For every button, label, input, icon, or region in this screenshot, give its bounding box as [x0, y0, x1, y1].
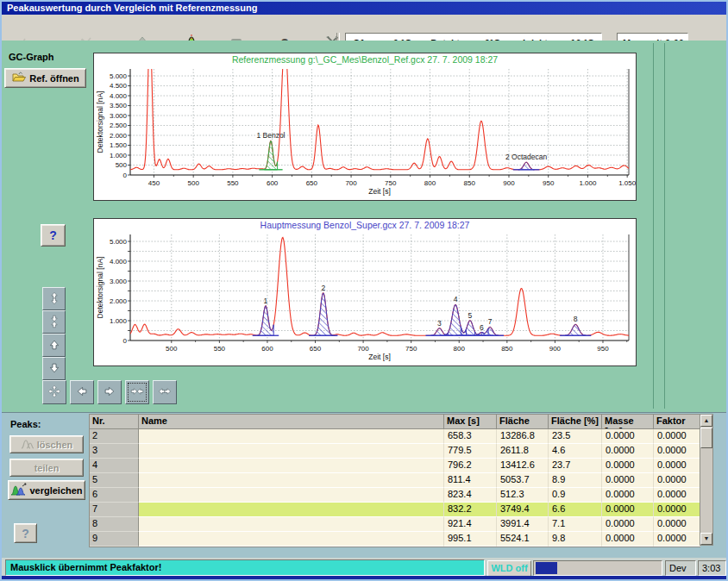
split-peak-button: teilen [9, 459, 84, 477]
table-cell[interactable]: 0.0000 [602, 517, 654, 532]
pan-left-button[interactable] [70, 380, 94, 404]
splitter-groove[interactable] [653, 43, 665, 409]
table-cell[interactable]: 0.0000 [602, 473, 654, 488]
main-chromatogram[interactable]: 50055060065070075080085090095001.0002.00… [94, 230, 636, 361]
row-number-cell[interactable]: 7 [90, 503, 139, 517]
table-row[interactable]: 6823.4512.30.90.00000.0000 [90, 488, 700, 503]
svg-text:900: 900 [549, 345, 562, 353]
row-number-cell[interactable]: 4 [90, 459, 139, 473]
column-header[interactable]: Fläche [%] [549, 415, 602, 429]
table-cell[interactable]: 23.5 [549, 429, 602, 444]
expand-x-button[interactable] [153, 380, 177, 404]
table-cell[interactable] [139, 459, 444, 473]
pan-all-button[interactable] [42, 380, 66, 404]
svg-text:500: 500 [187, 179, 199, 187]
table-cell[interactable]: 921.4 [444, 517, 497, 532]
table-cell[interactable]: 3991.4 [497, 517, 549, 532]
table-cell[interactable] [139, 532, 444, 547]
table-cell[interactable]: 0.0000 [654, 429, 700, 444]
table-cell[interactable]: 3749.4 [497, 503, 549, 517]
table-cell[interactable]: 9.8 [549, 532, 602, 547]
table-cell[interactable]: 13286.8 [497, 429, 549, 444]
table-cell[interactable]: 823.4 [444, 488, 497, 503]
progress-block [536, 562, 557, 574]
table-cell[interactable]: 811.4 [444, 473, 497, 488]
table-cell[interactable]: 832.2 [444, 503, 497, 517]
peaks-help-button[interactable]: ? [14, 523, 37, 543]
table-cell[interactable]: 995.1 [444, 532, 497, 547]
table-row[interactable]: 4796.213412.623.70.00000.0000 [90, 459, 700, 473]
table-cell[interactable]: 0.0000 [602, 503, 654, 517]
split-peak-label: teilen [35, 463, 60, 473]
table-cell[interactable]: 5053.7 [497, 473, 549, 488]
table-row[interactable]: 9995.15524.19.80.00000.0000 [90, 532, 700, 547]
compress-x-button[interactable] [125, 380, 149, 404]
table-cell[interactable]: 2611.8 [497, 444, 549, 459]
table-cell[interactable]: 5524.1 [497, 532, 549, 547]
table-cell[interactable]: 0.0000 [654, 503, 700, 517]
table-row[interactable]: 2658.313286.823.50.00000.0000 [90, 429, 700, 444]
table-cell[interactable]: 796.2 [444, 459, 497, 473]
delete-peak-label: löschen [37, 440, 73, 450]
scroll-up-button[interactable]: ▲ [700, 415, 712, 427]
table-cell[interactable]: 8.9 [549, 473, 602, 488]
table-cell[interactable]: 0.0000 [602, 444, 654, 459]
column-header[interactable]: Masse [ng] [602, 415, 654, 429]
table-cell[interactable]: 0.0000 [602, 429, 654, 444]
scroll-down-button[interactable]: ▼ [700, 533, 712, 545]
table-cell[interactable]: 512.3 [497, 488, 549, 503]
table-cell[interactable]: 658.3 [444, 429, 497, 444]
table-cell[interactable] [139, 444, 444, 459]
svg-text:550: 550 [227, 179, 239, 187]
table-cell[interactable]: 13412.6 [497, 459, 549, 473]
svg-text:3: 3 [437, 319, 442, 328]
pan-down-button[interactable] [42, 357, 66, 380]
table-cell[interactable]: 0.9 [549, 488, 602, 503]
table-scrollbar[interactable]: ▲ ▼ [700, 414, 713, 546]
column-header[interactable]: Fläche [497, 415, 549, 429]
table-cell[interactable]: 0.0000 [654, 532, 700, 547]
row-number-cell[interactable]: 6 [90, 488, 139, 503]
open-reference-button[interactable]: Ref. öffnen [4, 68, 86, 88]
column-header[interactable]: Nr. [90, 415, 139, 429]
table-row[interactable]: 5811.45053.78.90.00000.0000 [90, 473, 700, 488]
scrollbar-thumb[interactable] [700, 428, 712, 448]
table-cell[interactable]: 6.6 [549, 503, 602, 517]
graph-help-button[interactable]: ? [41, 224, 66, 247]
open-folder-icon [11, 71, 27, 85]
row-number-cell[interactable]: 8 [90, 517, 139, 532]
table-cell[interactable]: 7.1 [549, 517, 602, 532]
column-header[interactable]: Max [s] [444, 415, 497, 429]
table-cell[interactable] [139, 517, 444, 532]
compare-button[interactable]: vergleichen [8, 480, 85, 500]
table-cell[interactable]: 0.0000 [654, 488, 700, 503]
expand-y-button[interactable] [42, 287, 66, 310]
table-row[interactable]: 3779.52611.84.60.00000.0000 [90, 444, 700, 459]
table-cell[interactable]: 0.0000 [602, 488, 654, 503]
table-cell[interactable]: 0.0000 [654, 473, 700, 488]
table-cell[interactable]: 0.0000 [654, 459, 700, 473]
table-cell[interactable]: 0.0000 [602, 459, 654, 473]
table-cell[interactable] [139, 503, 444, 517]
table-cell[interactable]: 23.7 [549, 459, 602, 473]
table-cell[interactable]: 4.6 [549, 444, 602, 459]
table-cell[interactable]: 0.0000 [602, 532, 654, 547]
table-cell[interactable] [139, 488, 444, 503]
pan-up-button[interactable] [42, 334, 66, 357]
table-cell[interactable]: 0.0000 [654, 444, 700, 459]
column-header[interactable]: Faktor [654, 415, 700, 429]
column-header[interactable]: Name [139, 415, 444, 429]
row-number-cell[interactable]: 9 [90, 532, 139, 547]
table-cell[interactable] [139, 473, 444, 488]
table-cell[interactable]: 779.5 [444, 444, 497, 459]
row-number-cell[interactable]: 5 [90, 473, 139, 488]
row-number-cell[interactable]: 3 [90, 444, 139, 459]
table-row[interactable]: 8921.43991.47.10.00000.0000 [90, 517, 700, 532]
table-cell[interactable]: 0.0000 [654, 517, 700, 532]
table-row[interactable]: 7832.23749.46.60.00000.0000 [90, 503, 700, 517]
pan-right-button[interactable] [97, 380, 122, 404]
row-number-cell[interactable]: 2 [90, 429, 139, 444]
table-cell[interactable] [139, 429, 444, 444]
compress-y-button[interactable] [42, 310, 66, 334]
reference-chromatogram[interactable]: 4505005506006507007508008509009501.0001.… [94, 65, 636, 196]
